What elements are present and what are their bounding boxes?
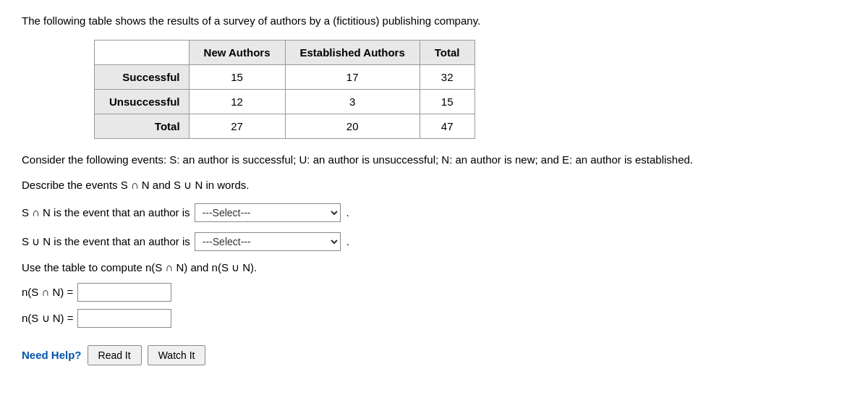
nsn-input[interactable] <box>77 283 171 302</box>
cell-total-total: 47 <box>420 114 475 139</box>
table-row: Unsuccessful 12 3 15 <box>95 90 475 114</box>
nsn-input-row: n(S ∩ N) = <box>22 283 846 302</box>
col-header-new-authors: New Authors <box>189 41 285 65</box>
nsn-label: n(S ∩ N) = <box>22 286 73 298</box>
row-label-unsuccessful: Unsuccessful <box>95 90 190 114</box>
help-row: Need Help? Read It Watch It <box>22 345 846 365</box>
cell-unsuccessful-new: 12 <box>189 90 285 114</box>
sun-select[interactable]: ---Select--- successful and new successf… <box>195 232 341 251</box>
cell-total-new: 27 <box>189 114 285 139</box>
cell-successful-new: 15 <box>189 65 285 90</box>
col-header-total: Total <box>420 41 475 65</box>
sn-label: S ∩ N is the event that an author is <box>22 206 190 219</box>
intro-text: The following table shows the results of… <box>22 14 846 27</box>
compute-text: Use the table to compute n(S ∩ N) and n(… <box>22 261 846 274</box>
sun-dot: . <box>346 235 349 247</box>
cell-unsuccessful-established: 3 <box>285 90 420 114</box>
row-label-successful: Successful <box>95 65 190 90</box>
cell-total-established: 20 <box>285 114 420 139</box>
cell-successful-total: 32 <box>420 65 475 90</box>
sn-dot: . <box>346 206 349 219</box>
nsun-input-row: n(S ∪ N) = <box>22 309 846 328</box>
watch-it-button[interactable]: Watch It <box>148 345 206 365</box>
sun-label: S ∪ N is the event that an author is <box>22 235 190 248</box>
survey-table: New Authors Established Authors Total Su… <box>94 40 475 139</box>
table-row: Total 27 20 47 <box>95 114 475 139</box>
cell-unsuccessful-total: 15 <box>420 90 475 114</box>
sun-event-row: S ∪ N is the event that an author is ---… <box>22 232 846 251</box>
read-it-button[interactable]: Read It <box>88 345 142 365</box>
cell-successful-established: 17 <box>285 65 420 90</box>
row-label-total: Total <box>95 114 190 139</box>
sn-select[interactable]: ---Select--- successful and new successf… <box>195 203 341 222</box>
data-table-wrapper: New Authors Established Authors Total Su… <box>94 40 846 139</box>
nsun-label: n(S ∪ N) = <box>22 312 73 325</box>
describe-text: Describe the events S ∩ N and S ∪ N in w… <box>22 179 846 192</box>
consider-text: Consider the following events: S: an aut… <box>22 152 846 169</box>
sn-event-row: S ∩ N is the event that an author is ---… <box>22 203 846 222</box>
nsun-input[interactable] <box>77 309 171 328</box>
col-header-established-authors: Established Authors <box>285 41 420 65</box>
need-help-label: Need Help? <box>22 349 82 361</box>
col-header-empty <box>95 41 190 65</box>
table-row: Successful 15 17 32 <box>95 65 475 90</box>
